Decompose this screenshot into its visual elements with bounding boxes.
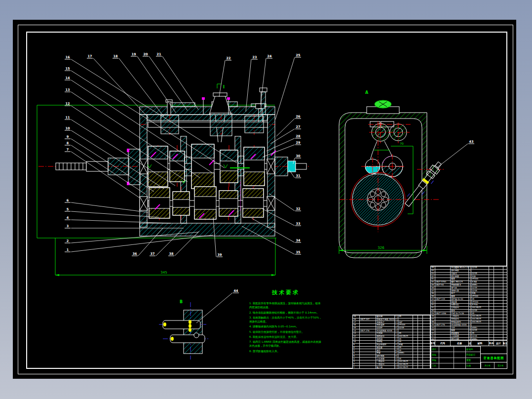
bom-cell: 比例 [465, 363, 480, 368]
bom-cell [359, 365, 376, 368]
part-number: 25 [296, 53, 301, 57]
part-number: 6 [67, 199, 69, 202]
input-shaft [56, 149, 140, 185]
bom-cell [439, 352, 454, 357]
part-number: 5 [67, 207, 69, 211]
tech-requirement-item: 8. 按试验规程验收入库。 [249, 349, 322, 353]
view-a-label: A [365, 90, 369, 95]
part-number: 23 [252, 55, 257, 59]
tech-requirement-item: 4. 调整轴承轴向间隙为 0.05~0.1mm。 [249, 324, 322, 328]
bom-cell [454, 358, 465, 363]
part-number: 12 [65, 102, 70, 106]
sheet-number: 第1张 [494, 362, 507, 368]
main-shaft-gears [140, 144, 275, 189]
part-number: 34 [296, 239, 301, 242]
bom-cell: 设计 [431, 346, 439, 352]
bom-cell: 阶段标记 [465, 352, 480, 357]
leader-line [71, 220, 171, 223]
side-height-dim: 70 [400, 142, 404, 145]
tech-requirement-item: 7. 箱内注 L-AN68 润滑油至规定油面高度，减速器外表面涂灰色油漆，并作空… [249, 340, 322, 348]
title-block-top-cell [481, 346, 507, 354]
bom-cell: 1 [353, 365, 359, 368]
part-number: 1 [67, 248, 69, 252]
title-block-signatures: 设计标准化校核阶段标记审核重量工艺比例 [431, 346, 481, 368]
main-section-view [37, 88, 310, 276]
cad-viewer-desktop: { "colors":{"cyan":"#00e1e1","yellow":"#… [0, 0, 532, 399]
leader-line [276, 119, 295, 136]
bom-cell [418, 365, 422, 368]
part-number: 44 [233, 289, 238, 293]
part-number: 29 [296, 141, 301, 145]
bom-cell [439, 358, 454, 363]
bom-cell [439, 346, 454, 352]
part-number: 31 [296, 174, 301, 178]
part-number: 7 [67, 148, 69, 152]
bom-cell [439, 363, 454, 368]
part-number: 43 [469, 140, 473, 144]
bom-cell [413, 365, 418, 368]
part-number: 28 [296, 134, 301, 138]
tech-requirement-item: 5. 箱体剖分面涂密封胶，不得使用任何垫片。 [249, 330, 322, 334]
part-number: 8 [67, 141, 69, 145]
part-number: 32 [296, 207, 300, 211]
tech-requirement-item: 3. 齿面接触斑点：沿齿高不小于40%，沿齿长不小于50%，用涂色法检查。 [249, 316, 322, 324]
part-number: 10 [65, 126, 70, 130]
counter-shaft-gears [140, 187, 275, 219]
part-number: 30 [296, 154, 301, 158]
part-number: 14 [65, 76, 70, 80]
part-number: 21 [156, 52, 161, 56]
leader-line [275, 57, 295, 120]
bom-cell: 输入轴 [376, 365, 394, 368]
leader-line [71, 235, 213, 252]
part-number: 22 [226, 56, 230, 60]
tech-requirement-item: 1. 装配前所有零件用煤油清洗，滚动轴承用汽油清洗，箱体内壁涂防锈油漆。 [249, 301, 322, 310]
part-number: 9 [67, 135, 69, 139]
bom-cell: 校核 [431, 352, 439, 357]
part-number: 11 [65, 116, 70, 120]
part-number: 27 [296, 125, 300, 129]
parts-list-right: 45放油螺塞 M14×1.51Q23544滚针轴承143油标尺1Q23542密封… [430, 266, 507, 341]
leader-line [71, 232, 198, 243]
part-number: 16 [65, 55, 70, 59]
leader-line [219, 60, 225, 97]
detail-view [159, 302, 208, 359]
tech-requirement-item: 6. 装配后各运动件应运转灵活、无卡滞。 [249, 335, 322, 339]
title-block: 设计标准化校核阶段标记审核重量工艺比例 变速器装配图 共1张 第1张 [430, 346, 507, 369]
part-number: 26 [296, 115, 301, 119]
bom-cell: 工艺 [431, 363, 439, 368]
part-number: 24 [267, 54, 272, 58]
bom-cell [422, 365, 430, 368]
part-number: 3 [67, 224, 69, 228]
tech-requirement-item: 2. 啮合齿轮副侧隙用铅丝检验，侧隙不得小于 0.14mm。 [249, 311, 322, 315]
leader-line [93, 58, 149, 119]
part-number: 19 [131, 52, 136, 56]
leader-line [246, 59, 251, 112]
side-width-dim: 326 [378, 246, 384, 250]
part-number: 33 [296, 222, 300, 226]
detail-block [184, 310, 202, 354]
bom-cell [454, 352, 465, 357]
main-width-dim: 345 [160, 271, 167, 275]
part-number: 17 [87, 54, 92, 58]
bom-cell: 审核 [431, 358, 439, 363]
parts-list-left: 19输出轴14518GB/T 297圆锥滚子轴承 30207217调整垫片208… [352, 315, 430, 369]
output-end [275, 157, 306, 176]
bom-cell [454, 346, 465, 352]
part-number: 18 [113, 54, 118, 58]
detail-b-label: B [180, 300, 183, 304]
part-number: 15 [65, 67, 70, 71]
part-number: 39 [217, 253, 222, 257]
side-end-view [339, 100, 445, 258]
tech-requirements-list: 1. 装配前所有零件用煤油清洗，滚动轴承用汽油清洗，箱体内壁涂防锈油漆。2. 啮… [249, 301, 322, 353]
technical-requirements: 技术要求 1. 装配前所有零件用煤油清洗，滚动轴承用汽油清洗，箱体内壁涂防锈油漆… [249, 289, 322, 354]
bom-cell: 重量 [465, 358, 480, 363]
leader-line [437, 144, 468, 167]
part-number: 4 [67, 216, 69, 220]
sheet-total: 共1张 [481, 362, 494, 368]
part-number: 36 [132, 252, 137, 256]
bom-cell: 标准化 [465, 346, 480, 352]
bom-cell: 20CrMnTi [398, 365, 413, 368]
drawing-title: 变速器装配图 [481, 354, 507, 362]
bom-cell: 1 [394, 365, 398, 368]
bom-cell [454, 363, 465, 368]
